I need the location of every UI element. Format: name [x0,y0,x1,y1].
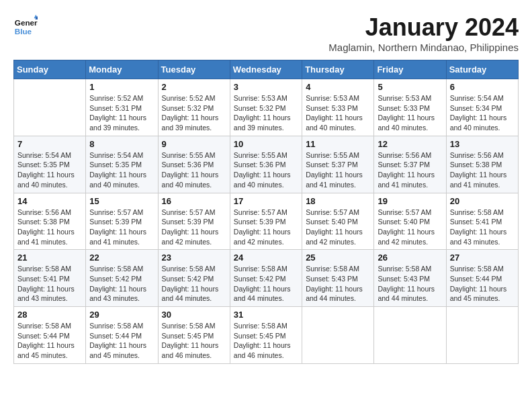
day-number: 21 [17,253,82,263]
week-row-3: 14Sunrise: 5:56 AM Sunset: 5:38 PM Dayli… [14,193,519,250]
calendar-cell: 12Sunrise: 5:56 AM Sunset: 5:37 PM Dayli… [374,136,446,193]
day-detail: Sunrise: 5:58 AM Sunset: 5:43 PM Dayligh… [378,264,442,304]
day-number: 16 [162,196,226,206]
day-detail: Sunrise: 5:58 AM Sunset: 5:42 PM Dayligh… [89,264,154,304]
calendar-cell: 19Sunrise: 5:57 AM Sunset: 5:40 PM Dayli… [374,193,446,250]
svg-text:Blue: Blue [15,27,32,36]
calendar-cell: 31Sunrise: 5:58 AM Sunset: 5:45 PM Dayli… [230,307,302,364]
calendar-cell: 27Sunrise: 5:58 AM Sunset: 5:44 PM Dayli… [446,250,518,307]
calendar-body: 1Sunrise: 5:52 AM Sunset: 5:31 PM Daylig… [14,79,519,364]
calendar-cell: 18Sunrise: 5:57 AM Sunset: 5:40 PM Dayli… [302,193,374,250]
calendar-cell: 22Sunrise: 5:58 AM Sunset: 5:42 PM Dayli… [86,250,158,307]
calendar-cell: 24Sunrise: 5:58 AM Sunset: 5:42 PM Dayli… [230,250,302,307]
day-detail: Sunrise: 5:56 AM Sunset: 5:37 PM Dayligh… [378,150,442,190]
day-number: 15 [89,196,154,206]
day-number: 14 [17,196,82,206]
day-number: 20 [450,196,515,206]
calendar-cell: 6Sunrise: 5:54 AM Sunset: 5:34 PM Daylig… [446,79,518,136]
calendar-cell: 25Sunrise: 5:58 AM Sunset: 5:43 PM Dayli… [302,250,374,307]
weekday-header-monday: Monday [86,60,158,79]
calendar-cell: 15Sunrise: 5:57 AM Sunset: 5:39 PM Dayli… [86,193,158,250]
day-detail: Sunrise: 5:57 AM Sunset: 5:40 PM Dayligh… [306,208,370,247]
day-detail: Sunrise: 5:52 AM Sunset: 5:32 PM Dayligh… [162,93,226,133]
day-number: 1 [89,82,154,92]
day-number: 4 [306,82,370,92]
day-number: 27 [450,253,515,263]
calendar-cell [302,307,374,364]
calendar-cell: 21Sunrise: 5:58 AM Sunset: 5:41 PM Dayli… [14,250,86,307]
calendar-cell: 2Sunrise: 5:52 AM Sunset: 5:32 PM Daylig… [158,79,230,136]
day-number: 3 [234,82,298,92]
day-detail: Sunrise: 5:58 AM Sunset: 5:42 PM Dayligh… [234,264,298,304]
day-number: 25 [306,253,370,263]
calendar-cell: 17Sunrise: 5:57 AM Sunset: 5:39 PM Dayli… [230,193,302,250]
week-row-2: 7Sunrise: 5:54 AM Sunset: 5:35 PM Daylig… [14,136,519,193]
day-detail: Sunrise: 5:58 AM Sunset: 5:44 PM Dayligh… [450,264,515,304]
weekday-header-thursday: Thursday [302,60,374,79]
day-detail: Sunrise: 5:57 AM Sunset: 5:39 PM Dayligh… [234,208,298,247]
day-number: 23 [162,253,226,263]
day-detail: Sunrise: 5:58 AM Sunset: 5:45 PM Dayligh… [234,321,298,361]
weekday-header-sunday: Sunday [14,60,86,79]
day-detail: Sunrise: 5:57 AM Sunset: 5:40 PM Dayligh… [378,208,442,247]
day-number: 22 [89,253,154,263]
calendar-cell: 13Sunrise: 5:56 AM Sunset: 5:38 PM Dayli… [446,136,518,193]
day-detail: Sunrise: 5:58 AM Sunset: 5:45 PM Dayligh… [162,321,226,361]
day-detail: Sunrise: 5:56 AM Sunset: 5:38 PM Dayligh… [17,208,82,247]
day-number: 12 [378,139,442,149]
calendar-cell: 4Sunrise: 5:53 AM Sunset: 5:33 PM Daylig… [302,79,374,136]
calendar-cell: 9Sunrise: 5:55 AM Sunset: 5:36 PM Daylig… [158,136,230,193]
calendar-cell: 3Sunrise: 5:53 AM Sunset: 5:32 PM Daylig… [230,79,302,136]
week-row-1: 1Sunrise: 5:52 AM Sunset: 5:31 PM Daylig… [14,79,519,136]
calendar-cell [446,307,518,364]
calendar-cell [374,307,446,364]
weekday-header-saturday: Saturday [446,60,518,79]
day-number: 26 [378,253,442,263]
day-number: 5 [378,82,442,92]
calendar-cell: 7Sunrise: 5:54 AM Sunset: 5:35 PM Daylig… [14,136,86,193]
day-number: 11 [306,139,370,149]
calendar-cell: 1Sunrise: 5:52 AM Sunset: 5:31 PM Daylig… [86,79,158,136]
calendar-cell: 20Sunrise: 5:58 AM Sunset: 5:41 PM Dayli… [446,193,518,250]
day-number: 17 [234,196,298,206]
day-detail: Sunrise: 5:54 AM Sunset: 5:34 PM Dayligh… [450,93,515,133]
day-detail: Sunrise: 5:54 AM Sunset: 5:35 PM Dayligh… [17,150,82,190]
day-detail: Sunrise: 5:58 AM Sunset: 5:41 PM Dayligh… [17,264,82,304]
logo-icon: General Blue [13,13,38,38]
day-detail: Sunrise: 5:57 AM Sunset: 5:39 PM Dayligh… [89,208,154,247]
day-number: 6 [450,82,515,92]
day-detail: Sunrise: 5:56 AM Sunset: 5:38 PM Dayligh… [450,150,515,190]
day-detail: Sunrise: 5:55 AM Sunset: 5:36 PM Dayligh… [162,150,226,190]
calendar-cell: 26Sunrise: 5:58 AM Sunset: 5:43 PM Dayli… [374,250,446,307]
weekday-header-tuesday: Tuesday [158,60,230,79]
day-number: 7 [17,139,82,149]
day-number: 29 [89,310,154,320]
day-detail: Sunrise: 5:52 AM Sunset: 5:31 PM Dayligh… [89,93,154,133]
day-number: 9 [162,139,226,149]
day-detail: Sunrise: 5:55 AM Sunset: 5:36 PM Dayligh… [234,150,298,190]
weekday-header-friday: Friday [374,60,446,79]
calendar-table: SundayMondayTuesdayWednesdayThursdayFrid… [13,60,519,364]
day-detail: Sunrise: 5:58 AM Sunset: 5:42 PM Dayligh… [162,264,226,304]
calendar-cell: 16Sunrise: 5:57 AM Sunset: 5:39 PM Dayli… [158,193,230,250]
page-header: General Blue January 2024 Maglamin, Nort… [13,13,519,53]
weekday-header-row: SundayMondayTuesdayWednesdayThursdayFrid… [14,60,519,79]
calendar-cell [14,79,86,136]
day-detail: Sunrise: 5:58 AM Sunset: 5:44 PM Dayligh… [89,321,154,361]
day-number: 18 [306,196,370,206]
calendar-cell: 11Sunrise: 5:55 AM Sunset: 5:37 PM Dayli… [302,136,374,193]
day-number: 8 [89,139,154,149]
title-block: January 2024 Maglamin, Northern Mindanao… [328,13,519,53]
calendar-cell: 29Sunrise: 5:58 AM Sunset: 5:44 PM Dayli… [86,307,158,364]
calendar-cell: 23Sunrise: 5:58 AM Sunset: 5:42 PM Dayli… [158,250,230,307]
day-number: 19 [378,196,442,206]
week-row-4: 21Sunrise: 5:58 AM Sunset: 5:41 PM Dayli… [14,250,519,307]
day-detail: Sunrise: 5:58 AM Sunset: 5:41 PM Dayligh… [450,208,515,247]
day-number: 10 [234,139,298,149]
week-row-5: 28Sunrise: 5:58 AM Sunset: 5:44 PM Dayli… [14,307,519,364]
calendar-cell: 14Sunrise: 5:56 AM Sunset: 5:38 PM Dayli… [14,193,86,250]
logo: General Blue [13,13,38,38]
weekday-header-wednesday: Wednesday [230,60,302,79]
calendar-cell: 8Sunrise: 5:54 AM Sunset: 5:35 PM Daylig… [86,136,158,193]
day-detail: Sunrise: 5:53 AM Sunset: 5:33 PM Dayligh… [306,93,370,133]
